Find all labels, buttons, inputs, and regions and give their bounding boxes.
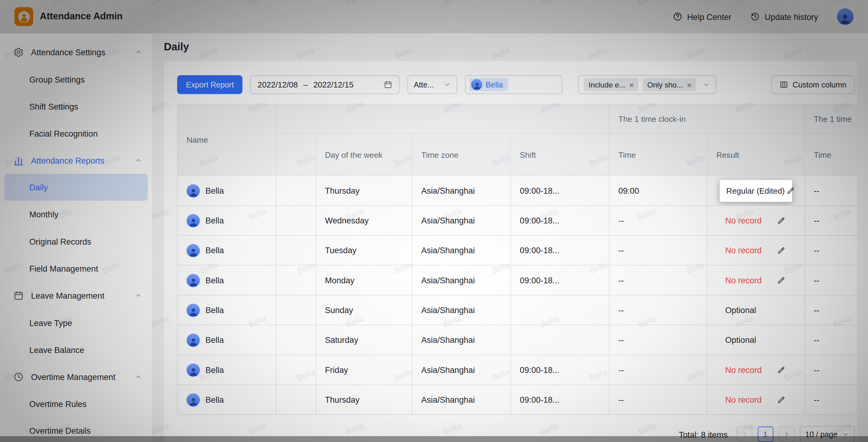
sidebar-item-daily[interactable]: Daily	[4, 174, 148, 201]
sidebar-section-attendance-reports[interactable]: Attendance Reports	[0, 147, 152, 174]
cell-time2: --	[805, 235, 857, 265]
cell-blank	[276, 176, 316, 205]
close-icon[interactable]	[629, 80, 634, 89]
cell-time2: --	[805, 295, 857, 325]
cell-timezone: Asia/Shanghai	[412, 355, 511, 384]
cell-timezone: Asia/Shanghai	[412, 176, 511, 205]
sidebar-item-leave-type[interactable]: Leave Type	[4, 309, 148, 336]
edit-result-icon[interactable]	[776, 275, 786, 286]
edit-result-icon[interactable]	[776, 245, 786, 256]
chevron-down-icon	[842, 431, 849, 438]
member-name: Bella	[206, 335, 224, 345]
chevron-up-icon	[134, 48, 142, 56]
help-center-button[interactable]: Help Center	[673, 12, 731, 22]
close-icon[interactable]	[687, 80, 692, 89]
cell-day: Wednesday	[316, 206, 412, 235]
content-card: Export Report 2022/12/08 – 2022/12/15 At…	[164, 61, 857, 442]
member-name: Bella	[206, 216, 224, 225]
edit-result-icon[interactable]	[785, 185, 796, 196]
pagination: Total: 8 items 1 10 / page	[177, 426, 855, 442]
current-page-button[interactable]: 1	[758, 427, 773, 442]
cell-name: Bella	[178, 295, 276, 325]
date-range-picker[interactable]: 2022/12/08 – 2022/12/15	[250, 75, 400, 94]
sidebar-item-overtime-details[interactable]: Overtime Details	[4, 417, 148, 442]
sidebar-item-group-settings[interactable]: Group Settings	[4, 66, 148, 93]
sidebar-item-facial-recognition[interactable]: Facial Recognition	[4, 120, 148, 147]
cell-result: Regular (Edited)	[707, 176, 804, 205]
cell-time: --	[609, 206, 707, 235]
chevron-up-icon	[134, 292, 142, 300]
cell-name: Bella	[178, 206, 276, 235]
cell-day: Saturday	[316, 325, 412, 355]
gear-icon	[13, 47, 24, 58]
attendance-filter-select[interactable]: Atte...	[408, 75, 457, 94]
sidebar-item-monthly[interactable]: Monthly	[4, 201, 148, 228]
update-history-button[interactable]: Update history	[750, 12, 818, 22]
cell-name: Bella	[178, 235, 276, 265]
member-select[interactable]: Bella	[465, 75, 563, 94]
sidebar-section-leave-management[interactable]: Leave Management	[0, 282, 152, 309]
sidebar-section-overtime-management[interactable]: Overtime Management	[0, 364, 152, 390]
custom-column-button[interactable]: Custom column	[771, 75, 855, 94]
table-row: BellaSaturdayAsia/Shanghai--Optional--	[178, 325, 857, 355]
display-options-select[interactable]: Include e... Only sho...	[578, 75, 717, 94]
result-text: Optional	[725, 305, 756, 315]
cell-time: --	[609, 295, 707, 325]
column-header-time-zone: Time zone	[412, 134, 511, 176]
highlighted-result[interactable]: Regular (Edited)	[720, 179, 792, 202]
sidebar-section-attendance-settings[interactable]: Attendance Settings	[0, 39, 152, 66]
total-items-label: Total: 8 items	[679, 430, 727, 439]
sidebar-item-overtime-rules[interactable]: Overtime Rules	[4, 390, 148, 417]
sidebar-item-leave-balance[interactable]: Leave Balance	[4, 336, 148, 363]
body-row: Attendance SettingsGroup SettingsShift S…	[0, 33, 868, 442]
cell-shift: 09:00-18...	[511, 176, 609, 205]
sidebar-item-shift-settings[interactable]: Shift Settings	[4, 93, 148, 120]
cell-blank	[276, 206, 316, 235]
cell-shift: 09:00-18...	[511, 355, 609, 384]
cell-timezone: Asia/Shanghai	[412, 325, 511, 355]
column-header-result: Result	[707, 134, 804, 176]
column-header-name: Name	[178, 104, 276, 176]
cell-time2: --	[805, 206, 857, 235]
export-report-button[interactable]: Export Report	[177, 75, 243, 94]
table-row: BellaFridayAsia/Shanghai09:00-18...--No …	[178, 355, 857, 384]
column-header-time: Time	[609, 134, 707, 176]
cell-shift: 09:00-18...	[511, 265, 609, 295]
avatar	[186, 273, 199, 287]
chevron-up-icon	[134, 373, 142, 381]
cell-time2: --	[805, 265, 857, 295]
sidebar-section-label: Leave Management	[31, 291, 127, 301]
cell-shift: 09:00-18...	[511, 206, 609, 235]
group-header-clock-in: The 1 time clock-in	[609, 104, 804, 134]
table-row: BellaMondayAsia/Shanghai09:00-18...--No …	[178, 265, 857, 295]
sidebar-section-label: Attendance Settings	[31, 47, 127, 57]
date-start: 2022/12/08	[258, 80, 298, 89]
cell-day: Monday	[316, 265, 412, 295]
prev-page-button[interactable]	[737, 427, 752, 442]
sidebar-item-field-management[interactable]: Field Management	[4, 255, 148, 282]
edit-result-icon[interactable]	[776, 215, 786, 226]
edit-result-icon[interactable]	[776, 394, 786, 405]
filter-tag-label: Only sho...	[647, 80, 683, 89]
member-name: Bella	[206, 395, 224, 405]
cell-shift: 09:00-18...	[511, 384, 609, 414]
cell-day: Sunday	[316, 295, 412, 325]
filter-tag: Only sho...	[643, 78, 696, 91]
cell-timezone: Asia/Shanghai	[412, 235, 511, 265]
cell-time2: --	[805, 384, 857, 414]
edit-result-icon[interactable]	[776, 364, 786, 375]
update-history-label: Update history	[765, 12, 818, 22]
group-header-blank	[276, 104, 609, 134]
calendar-icon	[13, 291, 24, 301]
page-size-value: 10 / page	[805, 430, 838, 439]
cell-name: Bella	[178, 265, 276, 295]
cell-timezone: Asia/Shanghai	[412, 265, 511, 295]
user-avatar[interactable]	[837, 8, 854, 25]
next-page-button[interactable]	[779, 427, 794, 442]
sidebar-item-original-records[interactable]: Original Records	[4, 228, 148, 255]
update-history-icon	[750, 12, 760, 22]
page-size-select[interactable]: 10 / page	[800, 426, 855, 442]
main-content: Daily Export Report 2022/12/08 – 2022/12…	[153, 33, 868, 442]
avatar	[186, 184, 199, 197]
table-row: BellaTuesdayAsia/Shanghai09:00-18...--No…	[178, 235, 857, 265]
